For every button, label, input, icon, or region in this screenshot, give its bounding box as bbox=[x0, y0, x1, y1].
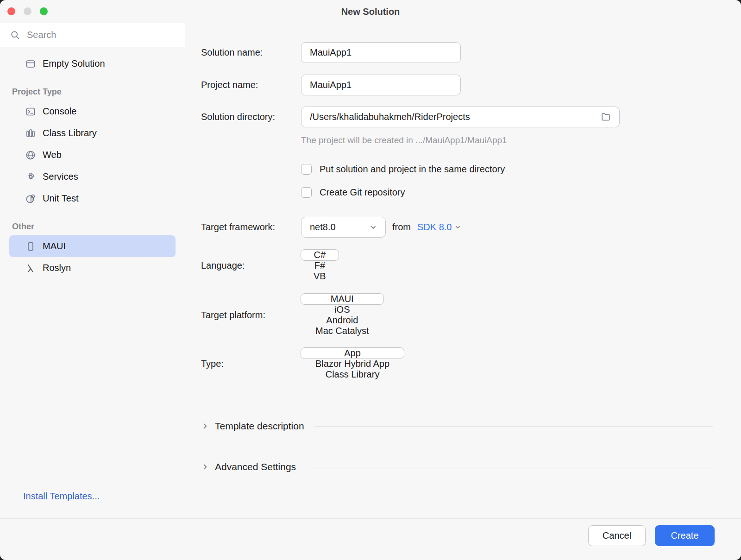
from-label: from bbox=[392, 222, 411, 233]
type-option-class-library[interactable]: Class Library bbox=[301, 369, 404, 380]
sidebar-item-label: Empty Solution bbox=[43, 58, 105, 69]
template-sidebar: Search Empty Solution Project Type Conso… bbox=[0, 23, 185, 518]
services-icon bbox=[25, 171, 36, 182]
template-description-title: Template description bbox=[215, 421, 304, 432]
type-option-app[interactable]: App bbox=[301, 347, 404, 359]
create-button[interactable]: Create bbox=[655, 525, 715, 546]
sidebar-item-label: Web bbox=[43, 150, 62, 160]
browse-folder-icon[interactable] bbox=[601, 112, 611, 122]
console-icon bbox=[25, 106, 36, 117]
title-bar: New Solution bbox=[0, 0, 741, 23]
class-library-icon bbox=[25, 128, 36, 139]
sidebar-section-other: Other bbox=[0, 222, 185, 232]
chevron-right-icon bbox=[201, 422, 209, 430]
traffic-lights bbox=[7, 7, 48, 15]
project-name-row: Project name: MauiApp1 bbox=[201, 75, 713, 95]
language-label: Language: bbox=[201, 260, 301, 271]
sdk-value: SDK 8.0 bbox=[417, 222, 452, 233]
advanced-settings-section[interactable]: Advanced Settings bbox=[201, 461, 713, 472]
search-placeholder: Search bbox=[27, 30, 56, 40]
same-directory-checkbox[interactable] bbox=[301, 164, 312, 175]
language-row: Language: bbox=[201, 250, 713, 282]
language-option-fsharp[interactable]: F# bbox=[301, 260, 339, 271]
sidebar-item-label: Roslyn bbox=[43, 263, 71, 273]
chevron-right-icon bbox=[201, 463, 209, 471]
cancel-button[interactable]: Cancel bbox=[588, 525, 646, 546]
empty-solution-icon bbox=[25, 58, 36, 69]
sidebar-item-web[interactable]: Web bbox=[9, 144, 176, 166]
target-framework-label: Target framework: bbox=[201, 222, 301, 233]
sidebar-item-label: Services bbox=[43, 171, 78, 182]
solution-directory-label: Solution directory: bbox=[201, 112, 301, 122]
target-platform-label: Target platform: bbox=[201, 310, 301, 321]
sidebar-item-label: Unit Test bbox=[43, 193, 78, 204]
same-directory-label: Put solution and project in the same dir… bbox=[320, 164, 505, 175]
unit-test-icon bbox=[25, 193, 36, 204]
sidebar-item-class-library[interactable]: Class Library bbox=[9, 122, 176, 144]
divider bbox=[306, 467, 713, 467]
target-platform-segment-group: MAUI iOS Android Mac Catalyst bbox=[301, 294, 383, 336]
solution-directory-row: Solution directory: /Users/khalidabuhakm… bbox=[201, 107, 713, 127]
sidebar-item-empty-solution[interactable]: Empty Solution bbox=[9, 53, 176, 75]
platform-option-mac-catalyst[interactable]: Mac Catalyst bbox=[301, 326, 383, 336]
sidebar-item-services[interactable]: Services bbox=[9, 166, 176, 188]
sidebar-item-label: MAUI bbox=[43, 241, 66, 252]
install-templates-link[interactable]: Install Templates... bbox=[23, 491, 100, 502]
advanced-settings-title: Advanced Settings bbox=[215, 461, 296, 472]
git-repository-label: Create Git repository bbox=[320, 187, 405, 198]
template-description-section[interactable]: Template description bbox=[201, 421, 713, 432]
close-window-button[interactable] bbox=[7, 7, 15, 15]
project-name-value: MauiApp1 bbox=[310, 80, 352, 90]
target-platform-row: Target platform: MAUI iOS Android Mac Ca… bbox=[201, 294, 713, 336]
solution-name-row: Solution name: MauiApp1 bbox=[201, 42, 713, 63]
git-repository-checkbox[interactable] bbox=[301, 187, 312, 198]
sidebar-item-unit-test[interactable]: Unit Test bbox=[9, 188, 176, 209]
language-segment-group: C# F# VB bbox=[301, 250, 339, 282]
sdk-selector[interactable]: SDK 8.0 bbox=[417, 222, 461, 233]
sidebar-item-maui[interactable]: MAUI bbox=[9, 235, 176, 257]
minimize-window-button[interactable] bbox=[24, 7, 31, 15]
project-name-label: Project name: bbox=[201, 80, 301, 90]
language-option-csharp[interactable]: C# bbox=[301, 249, 339, 261]
same-directory-checkbox-row: Put solution and project in the same dir… bbox=[301, 164, 713, 175]
target-framework-row: Target framework: net8.0 from SDK 8.0 bbox=[201, 217, 713, 238]
target-framework-value: net8.0 bbox=[310, 222, 336, 233]
sidebar-item-label: Console bbox=[43, 106, 76, 117]
search-input[interactable]: Search bbox=[0, 23, 185, 47]
target-framework-select[interactable]: net8.0 bbox=[301, 217, 386, 238]
sidebar-item-roslyn[interactable]: Roslyn bbox=[9, 257, 176, 279]
search-icon bbox=[10, 30, 20, 40]
directory-hint: The project will be created in .../MauiA… bbox=[301, 135, 713, 145]
sidebar-item-label: Class Library bbox=[43, 128, 97, 138]
maui-phone-icon bbox=[25, 241, 36, 252]
type-row: Type: App Blazor Hybrid App Class Librar… bbox=[201, 348, 713, 380]
sidebar-section-project-type: Project Type bbox=[0, 87, 185, 97]
platform-option-ios[interactable]: iOS bbox=[301, 304, 383, 315]
type-segment-group: App Blazor Hybrid App Class Library bbox=[301, 348, 404, 380]
chevron-down-icon bbox=[370, 224, 377, 231]
solution-directory-value: /Users/khalidabuhakmeh/RiderProjects bbox=[310, 112, 470, 122]
roslyn-lambda-icon bbox=[25, 263, 36, 274]
new-solution-form: Solution name: MauiApp1 Project name: Ma… bbox=[185, 23, 741, 518]
type-option-blazor-hybrid-app[interactable]: Blazor Hybrid App bbox=[301, 359, 404, 369]
zoom-window-button[interactable] bbox=[40, 7, 48, 15]
solution-name-value: MauiApp1 bbox=[310, 47, 352, 58]
divider bbox=[314, 426, 713, 427]
type-label: Type: bbox=[201, 359, 301, 369]
dialog-footer: Cancel Create bbox=[0, 518, 741, 560]
window-title: New Solution bbox=[341, 6, 400, 17]
new-solution-dialog: New Solution Search Empty Solution Proje… bbox=[0, 0, 741, 560]
solution-name-label: Solution name: bbox=[201, 47, 301, 58]
git-repository-checkbox-row: Create Git repository bbox=[301, 187, 713, 198]
project-name-input[interactable]: MauiApp1 bbox=[301, 75, 461, 95]
platform-option-android[interactable]: Android bbox=[301, 315, 383, 326]
platform-option-maui[interactable]: MAUI bbox=[301, 293, 384, 305]
language-option-vb[interactable]: VB bbox=[301, 271, 339, 282]
solution-directory-input[interactable]: /Users/khalidabuhakmeh/RiderProjects bbox=[301, 107, 620, 127]
solution-name-input[interactable]: MauiApp1 bbox=[301, 42, 461, 63]
web-icon bbox=[25, 150, 36, 161]
sidebar-item-console[interactable]: Console bbox=[9, 101, 176, 122]
chevron-down-icon bbox=[454, 224, 461, 231]
